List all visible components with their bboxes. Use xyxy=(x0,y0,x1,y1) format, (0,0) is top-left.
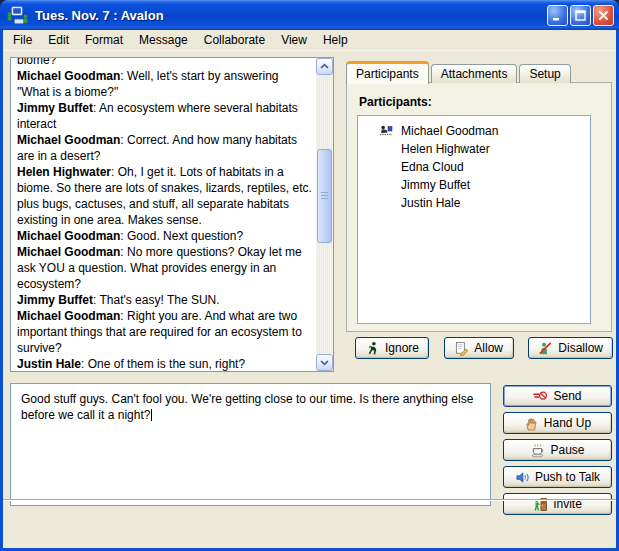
tab-setup[interactable]: Setup xyxy=(519,64,570,83)
participant-name: Helen Highwater xyxy=(401,142,490,156)
menu-item-file[interactable]: File xyxy=(5,31,40,49)
chat-message: Michael Goodman: No more questions? Okay… xyxy=(17,244,313,292)
chat-message-author: Michael Goodman xyxy=(17,245,120,259)
scroll-down-button[interactable] xyxy=(316,354,333,371)
send-icon xyxy=(533,389,548,404)
chat-message-author: Michael Goodman xyxy=(17,229,120,243)
chat-message-author: Michael Goodman xyxy=(17,69,120,83)
menu-item-view[interactable]: View xyxy=(273,31,315,49)
moderation-buttons: IgnoreAllowDisallow xyxy=(355,337,613,359)
button-label: Hand Up xyxy=(544,416,591,430)
push-to-talk-button[interactable]: Push to Talk xyxy=(503,466,612,488)
chat-message: Michael Goodman: Correct. And how many h… xyxy=(17,132,313,164)
allow-button[interactable]: Allow xyxy=(444,337,514,359)
chat-message: Michael Goodman: Right you are. And what… xyxy=(17,308,313,356)
chat-transcript: biome?Michael Goodman: Well, let's start… xyxy=(10,57,334,372)
app-window: { "window": { "title": "Tues. Nov. 7 : A… xyxy=(0,0,619,551)
close-icon xyxy=(597,9,610,22)
participant-row[interactable]: Helen Highwater xyxy=(358,140,590,158)
message-input[interactable]: Good stuff guys. Can't fool you. We're g… xyxy=(10,383,491,506)
button-label: Ignore xyxy=(385,341,419,355)
menu-item-edit[interactable]: Edit xyxy=(40,31,77,49)
chat-message-author: Justin Hale xyxy=(17,357,81,371)
chat-message: Justin Hale: One of them is the sun, rig… xyxy=(17,356,313,371)
ignore-icon xyxy=(365,341,380,356)
ignore-button[interactable]: Ignore xyxy=(355,337,429,359)
menu-item-format[interactable]: Format xyxy=(77,31,131,49)
hand-up-button[interactable]: Hand Up xyxy=(503,412,612,434)
button-label: Pause xyxy=(550,443,584,457)
chevron-up-icon xyxy=(319,62,330,71)
button-label: Send xyxy=(553,389,581,403)
status-bar-divider xyxy=(3,499,616,501)
maximize-button[interactable] xyxy=(570,5,591,26)
participant-name: Michael Goodman xyxy=(401,124,498,138)
chat-message-author: Michael Goodman xyxy=(17,133,120,147)
participant-row[interactable]: Justin Hale xyxy=(358,194,590,212)
button-label: Allow xyxy=(474,341,503,355)
chat-message: Michael Goodman: Good. Next question? xyxy=(17,228,313,244)
participants-panel: Participants: Michael GoodmanHelen Highw… xyxy=(346,82,612,332)
participant-list[interactable]: Michael GoodmanHelen HighwaterEdna Cloud… xyxy=(357,115,591,324)
chat-message-author: Jimmy Buffet xyxy=(17,293,93,307)
scrollbar-thumb[interactable] xyxy=(317,149,332,243)
tab-attachments[interactable]: Attachments xyxy=(431,64,518,83)
participants-label: Participants: xyxy=(359,95,432,109)
participant-name: Jimmy Buffet xyxy=(401,178,470,192)
button-label: Push to Talk xyxy=(535,470,600,484)
chat-app-icon xyxy=(5,6,30,25)
title-bar[interactable]: Tues. Nov. 7 : Avalon xyxy=(0,0,619,30)
menu-bar: FileEditFormatMessageCollaborateViewHelp xyxy=(3,30,616,51)
chat-message: Michael Goodman: Well, let's start by an… xyxy=(17,68,313,100)
transcript-scrollbar[interactable] xyxy=(316,58,333,371)
chat-message-author: Helen Highwater xyxy=(17,165,111,179)
chat-message-author: Michael Goodman xyxy=(17,309,120,323)
button-label: Disallow xyxy=(558,341,603,355)
window-title: Tues. Nov. 7 : Avalon xyxy=(35,8,547,23)
disallow-button[interactable]: Disallow xyxy=(528,337,613,359)
send-button[interactable]: Send xyxy=(503,385,612,407)
push-to-talk-icon xyxy=(515,470,530,485)
chevron-down-icon xyxy=(319,358,330,367)
pause-button[interactable]: Pause xyxy=(503,439,612,461)
participant-name: Justin Hale xyxy=(401,196,460,210)
text-caret xyxy=(151,409,152,421)
close-button[interactable] xyxy=(593,5,614,26)
participant-row[interactable]: Edna Cloud xyxy=(358,158,590,176)
allow-icon xyxy=(454,341,469,356)
chat-message-author: Jimmy Buffet xyxy=(17,101,93,115)
tab-bar: ParticipantsAttachmentsSetup xyxy=(346,60,573,83)
minimize-icon xyxy=(551,9,564,22)
disallow-icon xyxy=(538,341,553,356)
minimize-button[interactable] xyxy=(547,5,568,26)
chat-message: Helen Highwater: Oh, I get it. Lots of h… xyxy=(17,164,313,228)
typing-user-icon xyxy=(379,125,393,136)
tab-participants[interactable]: Participants xyxy=(346,61,429,84)
invite-button[interactable]: Invite xyxy=(503,493,612,515)
scroll-up-button[interactable] xyxy=(316,58,333,75)
transcript-clipped-line: biome? xyxy=(17,58,313,68)
pause-icon xyxy=(530,443,545,458)
hand-icon xyxy=(524,416,539,431)
window-body: FileEditFormatMessageCollaborateViewHelp… xyxy=(0,30,619,551)
participant-row[interactable]: Michael Goodman xyxy=(358,122,590,140)
menu-item-message[interactable]: Message xyxy=(131,31,196,49)
chat-message: Jimmy Buffet: An ecosystem where several… xyxy=(17,100,313,132)
chat-message: Jimmy Buffet: That's easy! The SUN. xyxy=(17,292,313,308)
message-input-text: Good stuff guys. Can't fool you. We're g… xyxy=(21,392,473,422)
transcript-messages: biome?Michael Goodman: Well, let's start… xyxy=(11,58,316,371)
participant-row[interactable]: Jimmy Buffet xyxy=(358,176,590,194)
menu-item-collaborate[interactable]: Collaborate xyxy=(196,31,273,49)
maximize-icon xyxy=(574,9,587,22)
participant-name: Edna Cloud xyxy=(401,160,464,174)
menu-item-help[interactable]: Help xyxy=(315,31,356,49)
